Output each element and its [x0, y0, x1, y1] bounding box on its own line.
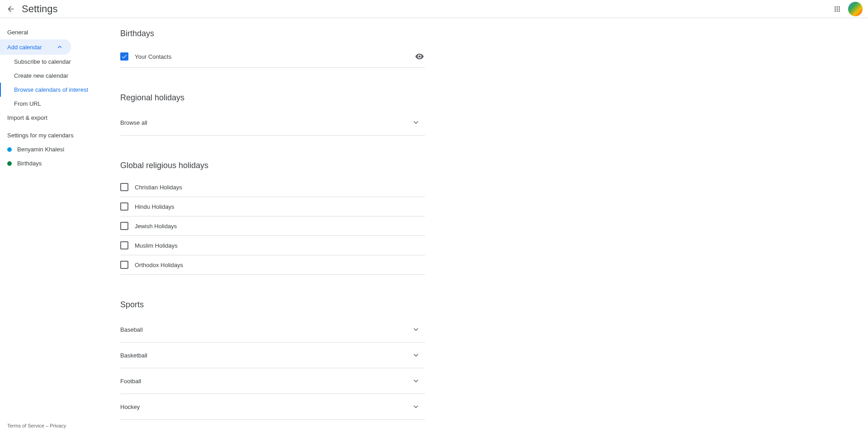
- orthodox-label: Orthodox Holidays: [135, 262, 183, 268]
- checkbox-left: Hindu Holidays: [120, 202, 174, 211]
- checkbox-left: Christian Holidays: [120, 183, 182, 191]
- user-avatar[interactable]: [848, 2, 863, 16]
- birthday-contacts-row: Your Contacts: [120, 46, 425, 68]
- add-calendar-label: Add calendar: [7, 44, 42, 51]
- google-apps-button[interactable]: [832, 4, 843, 14]
- religious-row: Christian Holidays: [120, 178, 425, 197]
- religious-row: Orthodox Holidays: [120, 255, 425, 275]
- chevron-down-icon: [410, 401, 421, 412]
- page-title: Settings: [22, 3, 58, 15]
- contacts-checkbox[interactable]: [120, 52, 128, 61]
- privacy-link[interactable]: Privacy: [50, 423, 66, 428]
- chevron-down-icon: [410, 324, 421, 335]
- sidebar-subitem-from-url[interactable]: From URL: [0, 97, 120, 111]
- sports-football-row[interactable]: Football: [120, 368, 425, 394]
- jewish-label: Jewish Holidays: [135, 223, 177, 230]
- sidebar: General Add calendar Subscribe to calend…: [0, 18, 120, 432]
- chevron-down-icon: [410, 350, 421, 361]
- apps-grid-icon: [833, 5, 841, 13]
- basketball-label: Basketball: [120, 352, 147, 359]
- muslim-checkbox[interactable]: [120, 241, 128, 249]
- religious-row: Muslim Holidays: [120, 236, 425, 255]
- section-title-regional: Regional holidays: [120, 89, 425, 110]
- checkbox-left: Your Contacts: [120, 52, 171, 61]
- main-content: Birthdays Your Contacts Regional holiday…: [120, 25, 425, 432]
- sports-hockey-row[interactable]: Hockey: [120, 394, 425, 420]
- eye-icon: [415, 52, 424, 61]
- calendar-color-dot: [7, 147, 12, 152]
- main: Birthdays Your Contacts Regional holiday…: [120, 18, 868, 432]
- section-title-religious: Global religious holidays: [120, 157, 425, 178]
- content: General Add calendar Subscribe to calend…: [0, 18, 868, 432]
- chevron-down-icon: [410, 376, 421, 386]
- calendar-color-dot: [7, 161, 12, 166]
- sports-baseball-row[interactable]: Baseball: [120, 317, 425, 343]
- chevron-down-icon: [410, 117, 421, 128]
- hindu-checkbox[interactable]: [120, 202, 128, 211]
- calendar-item-birthdays[interactable]: Birthdays: [0, 156, 120, 170]
- sidebar-subitem-create[interactable]: Create new calendar: [0, 69, 120, 83]
- footer-separator: –: [44, 423, 50, 428]
- hockey-label: Hockey: [120, 404, 140, 410]
- visibility-button[interactable]: [414, 51, 425, 62]
- terms-link[interactable]: Terms of Service: [7, 423, 44, 428]
- sidebar-item-general[interactable]: General: [0, 25, 71, 39]
- sidebar-my-calendars-title: Settings for my calendars: [0, 125, 120, 142]
- football-label: Football: [120, 378, 141, 385]
- checkbox-left: Jewish Holidays: [120, 222, 177, 230]
- sidebar-subitem-subscribe[interactable]: Subscribe to calendar: [0, 55, 120, 69]
- back-button[interactable]: [5, 4, 16, 14]
- header-right: [832, 2, 863, 16]
- muslim-label: Muslim Holidays: [135, 242, 178, 249]
- checkbox-left: Muslim Holidays: [120, 241, 178, 249]
- sidebar-item-add-calendar[interactable]: Add calendar: [0, 39, 71, 55]
- calendar-name: Birthdays: [17, 160, 42, 167]
- section-title-birthdays: Birthdays: [120, 25, 425, 46]
- contacts-label: Your Contacts: [135, 53, 171, 60]
- calendar-item-primary[interactable]: Benyamin Khalesi: [0, 142, 120, 156]
- header: Settings: [0, 0, 868, 18]
- arrow-back-icon: [6, 5, 15, 14]
- sidebar-item-import-export[interactable]: Import & export: [0, 111, 71, 125]
- christian-checkbox[interactable]: [120, 183, 128, 191]
- checkmark-icon: [121, 53, 127, 60]
- hindu-label: Hindu Holidays: [135, 203, 174, 210]
- religious-row: Jewish Holidays: [120, 216, 425, 236]
- jewish-checkbox[interactable]: [120, 222, 128, 230]
- calendar-name: Benyamin Khalesi: [17, 146, 64, 153]
- section-title-sports: Sports: [120, 296, 425, 317]
- orthodox-checkbox[interactable]: [120, 261, 128, 269]
- footer: Terms of Service – Privacy: [7, 423, 66, 428]
- chevron-up-icon: [56, 43, 64, 51]
- browse-all-row[interactable]: Browse all: [120, 110, 425, 136]
- baseball-label: Baseball: [120, 326, 143, 333]
- christian-label: Christian Holidays: [135, 184, 182, 191]
- sidebar-subitem-browse[interactable]: Browse calendars of interest: [0, 83, 120, 97]
- header-left: Settings: [5, 3, 58, 15]
- sports-basketball-row[interactable]: Basketball: [120, 343, 425, 368]
- religious-row: Hindu Holidays: [120, 197, 425, 216]
- checkbox-left: Orthodox Holidays: [120, 261, 183, 269]
- browse-all-label: Browse all: [120, 119, 147, 126]
